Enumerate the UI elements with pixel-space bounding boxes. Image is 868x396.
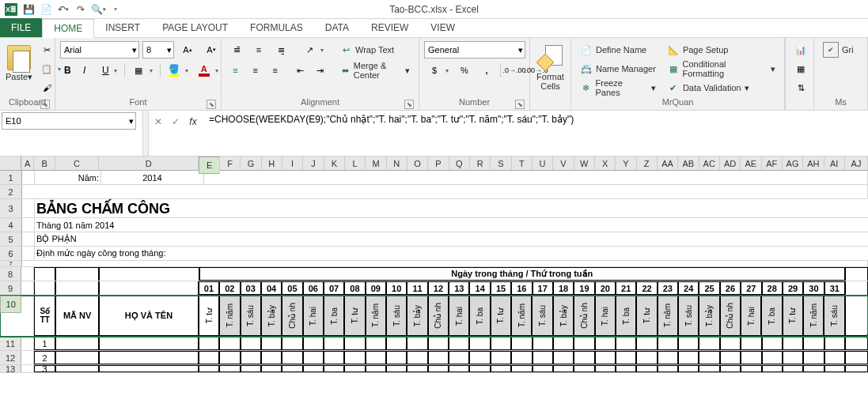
fx-function-icon[interactable]: fx: [185, 114, 201, 130]
day-wk-17[interactable]: T. sáu: [532, 296, 552, 336]
col-hdr-F[interactable]: F: [220, 157, 241, 170]
tab-insert[interactable]: INSERT: [94, 18, 151, 37]
row-hdr-6[interactable]: 6: [0, 247, 22, 260]
bold-button[interactable]: B: [60, 62, 78, 79]
hdr-days-title[interactable]: Ngày trong tháng / Thứ trong tuần: [199, 267, 845, 281]
qat-more-icon[interactable]: ▾: [109, 3, 122, 16]
fx-enter-icon[interactable]: ✓: [168, 114, 184, 130]
worksheet-grid[interactable]: A B C D EFGHIJKLMNOPQRSTUVWXYZAAABACADAE…: [0, 157, 868, 373]
day-num-19[interactable]: 19: [574, 281, 594, 295]
day-wk-28[interactable]: T. ba: [761, 296, 782, 336]
extra-btn-1[interactable]: 📊: [790, 41, 811, 58]
wrap-text-button[interactable]: ↩Wrap Text: [335, 41, 398, 58]
col-hdr-L[interactable]: L: [345, 157, 366, 170]
col-hdr-N[interactable]: N: [387, 157, 407, 170]
col-hdr-R[interactable]: R: [470, 157, 491, 170]
grow-font-button[interactable]: A▴: [177, 41, 198, 58]
day-wk-04[interactable]: T. bảy: [261, 296, 282, 336]
day-num-31[interactable]: 31: [824, 281, 845, 295]
day-num-20[interactable]: 20: [595, 281, 616, 295]
day-wk-22[interactable]: T. tư: [636, 296, 657, 336]
col-hdr-I[interactable]: I: [282, 157, 303, 170]
day-num-13[interactable]: 13: [449, 281, 469, 295]
day-wk-10[interactable]: T. sáu: [386, 296, 407, 336]
borders-button[interactable]: ▦▾: [128, 62, 157, 79]
day-wk-24[interactable]: T. sáu: [678, 296, 699, 336]
tab-file[interactable]: FILE: [0, 18, 42, 37]
cell-subtitle3[interactable]: Định mức ngày công trong tháng:: [35, 247, 510, 260]
clipboard-dialog-launcher[interactable]: ⬊: [40, 100, 50, 109]
save-icon[interactable]: 💾: [22, 3, 35, 16]
day-num-22[interactable]: 22: [636, 281, 657, 295]
number-format-select[interactable]: General▾: [424, 41, 525, 58]
extra-btn-3[interactable]: ⇅: [790, 79, 811, 96]
day-num-02[interactable]: 02: [219, 281, 240, 295]
select-all-corner[interactable]: [0, 157, 21, 170]
day-num-09[interactable]: 09: [366, 281, 386, 295]
day-wk-30[interactable]: T. năm: [803, 296, 824, 336]
comma-button[interactable]: ,: [476, 62, 497, 79]
day-num-30[interactable]: 30: [803, 281, 824, 295]
extra-btn-2[interactable]: ▦: [790, 60, 811, 77]
day-num-01[interactable]: 01: [199, 281, 219, 295]
day-wk-26[interactable]: Chủ nh: [720, 296, 741, 336]
excel-icon[interactable]: X≣: [5, 3, 17, 16]
day-wk-02[interactable]: T. năm: [219, 296, 240, 336]
col-hdr-T[interactable]: T: [512, 157, 533, 170]
day-num-03[interactable]: 03: [241, 281, 261, 295]
day-wk-16[interactable]: T. năm: [511, 296, 532, 336]
day-num-06[interactable]: 06: [303, 281, 324, 295]
indent-decrease-button[interactable]: ⇤: [291, 62, 309, 79]
indent-increase-button[interactable]: ⇥: [311, 62, 329, 79]
name-box[interactable]: E10▾: [2, 112, 136, 130]
row-hdr-13[interactable]: 13: [0, 365, 21, 372]
col-hdr-AF[interactable]: AF: [762, 157, 783, 170]
new-file-icon[interactable]: 📄: [40, 3, 52, 16]
day-wk-21[interactable]: T. ba: [616, 296, 636, 336]
day-num-12[interactable]: 12: [428, 281, 449, 295]
col-hdr-AB[interactable]: AB: [678, 157, 699, 170]
redo-icon[interactable]: ↷: [74, 3, 87, 16]
day-num-21[interactable]: 21: [616, 281, 636, 295]
fill-color-button[interactable]: 🪣▾: [164, 62, 192, 79]
fx-separator[interactable]: [142, 111, 149, 156]
cell-subtitle1[interactable]: Tháng 01 năm 2014: [35, 218, 510, 232]
cell-year-label[interactable]: Năm:: [35, 171, 101, 184]
day-wk-18[interactable]: T. bảy: [553, 296, 574, 336]
row-hdr-8[interactable]: 8: [0, 267, 21, 281]
tab-page-layout[interactable]: PAGE LAYOUT: [151, 18, 239, 37]
day-wk-11[interactable]: T. bảy: [407, 296, 427, 336]
col-hdr-AG[interactable]: AG: [783, 157, 803, 170]
accounting-format-button[interactable]: $▾: [424, 62, 453, 79]
day-num-05[interactable]: 05: [282, 281, 302, 295]
col-hdr-AH[interactable]: AH: [803, 157, 824, 170]
align-left-button[interactable]: ≡: [226, 62, 244, 79]
day-wk-12[interactable]: Chủ nh: [428, 296, 449, 336]
italic-button[interactable]: I: [79, 62, 97, 79]
formula-input[interactable]: =CHOOSE(WEEKDAY(E9);"Chủ nhật";"T. hai";…: [204, 111, 868, 156]
day-num-28[interactable]: 28: [762, 281, 783, 295]
col-hdr-K[interactable]: K: [324, 157, 345, 170]
fx-cancel-icon[interactable]: ✕: [150, 114, 166, 130]
day-num-07[interactable]: 07: [324, 281, 344, 295]
format-painter-button[interactable]: 🖌: [36, 79, 65, 96]
col-hdr-AD[interactable]: AD: [720, 157, 741, 170]
page-setup-button[interactable]: 📐Page Setup: [663, 41, 779, 58]
cell-stt-13[interactable]: 3: [34, 365, 55, 372]
underline-button[interactable]: U▾: [98, 62, 121, 79]
day-wk-07[interactable]: T. ba: [324, 296, 344, 336]
name-manager-button[interactable]: 📇Name Manager: [576, 60, 660, 77]
col-hdr-W[interactable]: W: [574, 157, 595, 170]
col-hdr-V[interactable]: V: [553, 157, 574, 170]
col-hdr-X[interactable]: X: [595, 157, 616, 170]
col-hdr-P[interactable]: P: [428, 157, 449, 170]
day-wk-19[interactable]: Chủ nh: [574, 296, 594, 336]
col-hdr-AI[interactable]: AI: [824, 157, 845, 170]
row-hdr-4[interactable]: 4: [0, 218, 22, 232]
paste-button[interactable]: Paste▾: [5, 41, 33, 93]
col-hdr-G[interactable]: G: [241, 157, 261, 170]
percent-button[interactable]: %: [454, 62, 475, 79]
day-wk-31[interactable]: T. sáu: [824, 296, 844, 336]
row-hdr-3[interactable]: 3: [0, 199, 22, 217]
tab-data[interactable]: DATA: [314, 18, 360, 37]
